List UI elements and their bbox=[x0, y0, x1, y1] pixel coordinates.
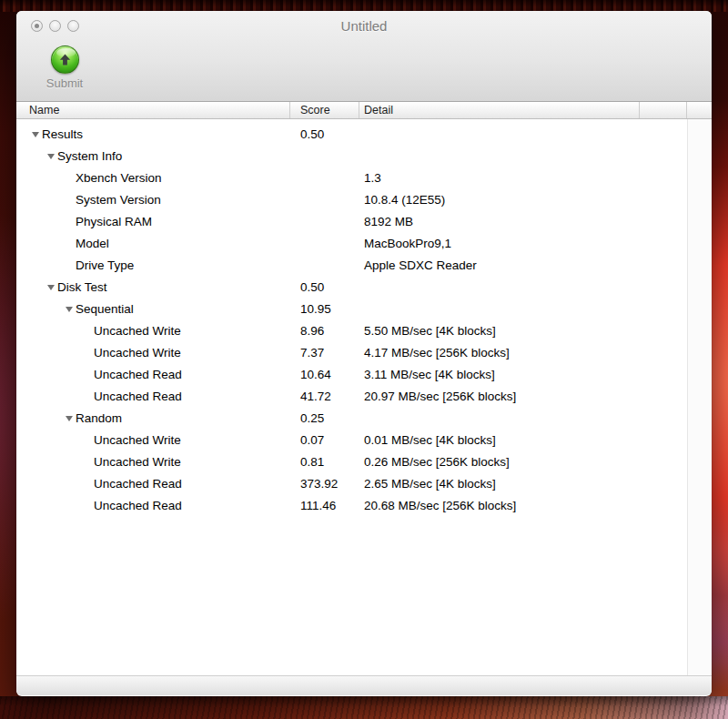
row-name-label: Uncached Read bbox=[94, 368, 182, 381]
row-name-label: Uncached Write bbox=[94, 346, 181, 360]
row-detail-value: 0.26 MB/sec [256K blocks] bbox=[359, 455, 712, 469]
disclosure-triangle-icon[interactable] bbox=[66, 410, 76, 424]
row-name-label: Uncached Write bbox=[94, 324, 181, 338]
column-header-score[interactable]: Score bbox=[290, 102, 359, 118]
table-row[interactable]: Uncached Write 0.07 0.01 MB/sec [4K bloc… bbox=[16, 429, 712, 451]
row-name-label: Xbench Version bbox=[76, 171, 162, 185]
table-row[interactable]: Drive Type Apple SDXC Reader bbox=[16, 254, 712, 276]
titlebar[interactable]: Untitled bbox=[16, 11, 712, 42]
toolbar: Submit bbox=[16, 42, 712, 102]
row-name-cell: Sequential bbox=[16, 301, 290, 316]
row-score-value: 373.92 bbox=[290, 477, 359, 491]
traffic-lights bbox=[31, 20, 79, 32]
table-row[interactable]: Uncached Read 111.46 20.68 MB/sec [256K … bbox=[16, 494, 712, 516]
submit-button[interactable]: Submit bbox=[36, 46, 93, 90]
disclosure-triangle-icon[interactable] bbox=[47, 148, 57, 162]
table-row[interactable]: Uncached Read 10.64 3.11 MB/sec [4K bloc… bbox=[16, 363, 712, 385]
row-score-value: 0.50 bbox=[290, 280, 359, 294]
row-score-value: 0.07 bbox=[290, 433, 359, 447]
results-outline-view: Results 0.50 System Info Xbench Version … bbox=[16, 119, 712, 675]
disclosure-triangle-icon[interactable] bbox=[32, 127, 42, 140]
table-row[interactable]: System Info bbox=[16, 145, 712, 167]
row-name-cell: Xbench Version bbox=[16, 171, 290, 185]
table-row[interactable]: Uncached Write 0.81 0.26 MB/sec [256K bl… bbox=[16, 451, 712, 472]
row-name-label: Drive Type bbox=[76, 258, 134, 272]
table-row[interactable]: Uncached Write 8.96 5.50 MB/sec [4K bloc… bbox=[16, 319, 712, 341]
table-row[interactable]: Random 0.25 bbox=[16, 407, 712, 429]
row-name-cell: Disk Test bbox=[16, 279, 290, 294]
table-header: Name Score Detail bbox=[16, 102, 712, 119]
row-score-value: 0.81 bbox=[290, 455, 359, 469]
row-name-label: Sequential bbox=[76, 302, 134, 316]
row-name-label: Uncached Write bbox=[94, 455, 181, 469]
close-button[interactable] bbox=[31, 20, 43, 32]
disclosure-triangle-icon[interactable] bbox=[47, 279, 57, 293]
row-score-value: 8.96 bbox=[290, 324, 359, 338]
row-name-cell: Drive Type bbox=[16, 258, 290, 272]
row-detail-value: MacBookPro9,1 bbox=[359, 237, 712, 250]
column-header-name[interactable]: Name bbox=[16, 102, 290, 118]
table-row[interactable]: Uncached Read 373.92 2.65 MB/sec [4K blo… bbox=[16, 472, 712, 494]
row-detail-value: 8192 MB bbox=[359, 215, 712, 228]
window-bottom-bar bbox=[16, 675, 712, 695]
row-name-label: Uncached Read bbox=[94, 477, 182, 491]
row-name-label: Model bbox=[76, 237, 109, 250]
row-name-cell: Uncached Read bbox=[16, 390, 290, 403]
xbench-results-window: Untitled Submit Name Score Detail Result… bbox=[16, 11, 712, 696]
scrollbar-track[interactable] bbox=[687, 119, 712, 675]
row-name-label: Disk Test bbox=[57, 280, 107, 294]
minimize-button[interactable] bbox=[49, 20, 61, 32]
row-detail-value: 20.97 MB/sec [256K blocks] bbox=[359, 390, 712, 403]
table-row[interactable]: Uncached Read 41.72 20.97 MB/sec [256K b… bbox=[16, 385, 712, 407]
table-row[interactable]: Physical RAM 8192 MB bbox=[16, 210, 712, 232]
column-header-detail[interactable]: Detail bbox=[359, 102, 640, 118]
row-name-cell: Uncached Write bbox=[16, 346, 290, 360]
row-name-cell: Uncached Write bbox=[16, 324, 290, 338]
table-row[interactable]: Results 0.50 bbox=[16, 123, 712, 145]
row-name-cell: Physical RAM bbox=[16, 215, 290, 228]
row-name-cell: Uncached Read bbox=[16, 368, 290, 381]
row-name-cell: Random bbox=[16, 410, 290, 425]
row-detail-value: 4.17 MB/sec [256K blocks] bbox=[359, 346, 712, 360]
submit-button-label: Submit bbox=[36, 76, 93, 90]
table-row[interactable]: Model MacBookPro9,1 bbox=[16, 232, 712, 254]
row-score-value: 0.25 bbox=[290, 411, 359, 425]
row-detail-value: 3.11 MB/sec [4K blocks] bbox=[359, 368, 712, 381]
column-header-filler bbox=[640, 102, 687, 118]
row-name-cell: Uncached Write bbox=[16, 433, 290, 447]
row-name-label: System Version bbox=[76, 193, 161, 207]
green-up-arrow-icon bbox=[51, 46, 79, 74]
row-score-value: 10.95 bbox=[290, 302, 359, 316]
window-chrome: Untitled Submit bbox=[16, 11, 712, 102]
desktop: { "window": { "title": "Untitled", "traf… bbox=[0, 0, 728, 719]
wallpaper-bottom-grain bbox=[0, 696, 728, 719]
row-detail-value: 1.3 bbox=[359, 171, 712, 185]
row-name-label: Physical RAM bbox=[76, 215, 152, 228]
zoom-button[interactable] bbox=[67, 20, 79, 32]
disclosure-triangle-icon[interactable] bbox=[66, 301, 76, 315]
row-name-label: Uncached Read bbox=[94, 499, 182, 512]
row-name-cell: Results bbox=[16, 127, 290, 141]
row-score-value: 0.50 bbox=[290, 127, 359, 141]
window-title: Untitled bbox=[16, 11, 712, 42]
table-row[interactable]: Disk Test 0.50 bbox=[16, 276, 712, 298]
row-detail-value: 5.50 MB/sec [4K blocks] bbox=[359, 324, 712, 338]
row-detail-value: 10.8.4 (12E55) bbox=[359, 193, 712, 207]
column-header-cap bbox=[687, 102, 712, 118]
row-detail-value: 0.01 MB/sec [4K blocks] bbox=[359, 433, 712, 447]
row-score-value: 111.46 bbox=[290, 499, 359, 512]
row-detail-value: 20.68 MB/sec [256K blocks] bbox=[359, 499, 712, 512]
row-detail-value: Apple SDXC Reader bbox=[359, 258, 712, 272]
table-row[interactable]: Uncached Write 7.37 4.17 MB/sec [256K bl… bbox=[16, 341, 712, 363]
row-detail-value: 2.65 MB/sec [4K blocks] bbox=[359, 477, 712, 491]
row-name-cell: System Info bbox=[16, 148, 290, 163]
row-score-value: 7.37 bbox=[290, 346, 359, 360]
row-name-cell: Uncached Write bbox=[16, 455, 290, 469]
row-name-label: Uncached Write bbox=[94, 433, 181, 447]
row-name-cell: Uncached Read bbox=[16, 499, 290, 512]
table-row[interactable]: System Version 10.8.4 (12E55) bbox=[16, 188, 712, 210]
table-row[interactable]: Sequential 10.95 bbox=[16, 298, 712, 319]
table-rows: Results 0.50 System Info Xbench Version … bbox=[16, 119, 712, 516]
row-name-label: Random bbox=[76, 411, 122, 425]
table-row[interactable]: Xbench Version 1.3 bbox=[16, 167, 712, 188]
